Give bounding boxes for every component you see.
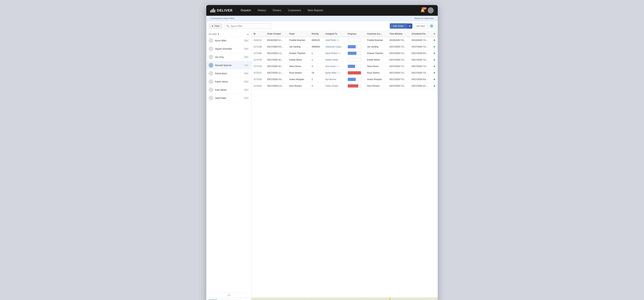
cell-progress bbox=[346, 63, 365, 70]
cell-priority: 2 bbox=[310, 83, 323, 89]
nav-new-reports[interactable]: New Reports bbox=[305, 7, 326, 13]
add-order-button[interactable]: Add Order bbox=[390, 23, 407, 29]
cell-customer: Rose Shelton bbox=[365, 70, 388, 76]
col-status[interactable]: S bbox=[432, 31, 438, 37]
order-id-link[interactable]: 2171486 bbox=[254, 52, 262, 54]
cell-time-window: 03/16/2020 7:0... bbox=[388, 37, 410, 43]
table-row[interactable]: 2173728 03/17/2020 3:0... Anees Sharples… bbox=[252, 76, 438, 83]
driver-item-maxwell[interactable]: Maxwell Sparrow Van bbox=[206, 61, 252, 69]
progress-bar-container bbox=[348, 65, 361, 68]
toolbar: ▼ Filter 🔍 Add Order ▼ List View 🌐 bbox=[206, 21, 438, 31]
table-row[interactable]: 2174152 03/17/2020 3:4... Artur Romero 2… bbox=[252, 83, 438, 89]
order-id-link[interactable]: 2171793 bbox=[254, 65, 262, 67]
user-avatar[interactable] bbox=[428, 7, 434, 13]
table-row[interactable]: 2171793 03/17/2020 10:... Neive Rivers 3… bbox=[252, 63, 438, 70]
driver-tag: Van bbox=[244, 39, 249, 42]
progress-bar-fill bbox=[348, 52, 356, 55]
order-id-link[interactable]: 2171198 bbox=[254, 45, 262, 48]
filter-icon: ▼ bbox=[212, 25, 214, 27]
driver-name: Jez Gray bbox=[215, 56, 242, 58]
orders-table: ID Order Created Order Priority Assigned… bbox=[252, 31, 438, 89]
assigned-link[interactable]: Myrtle Miller bbox=[325, 72, 336, 74]
col-order[interactable]: Order bbox=[287, 31, 310, 37]
logo[interactable]: DELIVER bbox=[210, 8, 232, 12]
driver-item[interactable]: Alayah Schneider Van bbox=[206, 45, 252, 53]
on-shift-filter[interactable]: On-Shift ▼ bbox=[209, 33, 220, 35]
nav-history[interactable]: History bbox=[255, 7, 269, 13]
driver-tag: Van bbox=[244, 47, 249, 50]
return-link[interactable]: Return to main view bbox=[414, 17, 434, 19]
col-time-window[interactable]: Time Window bbox=[388, 31, 410, 37]
logo-bar-1 bbox=[210, 10, 211, 12]
list-view-button[interactable]: List View bbox=[414, 23, 428, 29]
scroll-up-button[interactable]: ▲ bbox=[247, 33, 249, 35]
driver-item[interactable]: Kairo Wicks Van bbox=[206, 86, 252, 94]
progress-bar-container bbox=[348, 52, 361, 55]
assigned-link[interactable]: Aine Austin bbox=[325, 65, 336, 67]
cell-customer: Keanan Thatcher bbox=[365, 50, 388, 57]
on-shift-chevron: ▼ bbox=[217, 33, 220, 35]
progress-bar-container bbox=[348, 38, 361, 42]
table-row[interactable]: 2172217 03/17/2020 11:... Rose Shelton 1… bbox=[252, 70, 438, 76]
assigned-link[interactable]: Jedd Fields bbox=[325, 39, 336, 41]
order-id-link[interactable]: 2172217 bbox=[254, 72, 262, 74]
col-created[interactable]: Order Created bbox=[265, 31, 287, 37]
cell-priority: 3665120 bbox=[310, 37, 323, 43]
assigned-link[interactable]: Hadassah Casey bbox=[325, 45, 341, 48]
cell-id: 2171486 bbox=[252, 50, 265, 57]
col-id[interactable]: ID bbox=[252, 31, 265, 37]
col-customer[interactable]: Customer (La... bbox=[365, 31, 388, 37]
driver-item[interactable]: Jez Gray Van bbox=[206, 53, 252, 61]
check-icon: ✓✓ bbox=[337, 72, 340, 74]
assigned-link[interactable]: Haiden Rowe bbox=[325, 59, 338, 61]
nav-drivers[interactable]: Drivers bbox=[270, 7, 284, 13]
cell-assigned: Kye Bonner bbox=[323, 76, 346, 83]
assigned-link[interactable]: Danyl Rollins bbox=[325, 52, 338, 54]
order-id-link[interactable]: 2161212 bbox=[254, 39, 262, 41]
cell-progress bbox=[346, 50, 365, 57]
nav-customers[interactable]: Customers bbox=[285, 7, 304, 13]
expand-map-button[interactable]: ⤢ bbox=[431, 299, 436, 300]
cell-customer: Freddie Bowman bbox=[365, 37, 388, 43]
notification-button[interactable]: 🔔 1134 bbox=[420, 8, 425, 12]
col-scheduled[interactable]: Scheduled For bbox=[410, 31, 432, 37]
col-priority[interactable]: Priority bbox=[310, 31, 323, 37]
driver-tag: Van bbox=[244, 88, 249, 91]
sidebar-footer: (2s) bbox=[206, 293, 252, 298]
assigned-link[interactable]: Tulisa Joseph bbox=[325, 85, 338, 87]
map-container: ⤢ bbox=[252, 298, 438, 300]
table-row[interactable]: 2171198 03/17/2020 9:5... Jac Harding 36… bbox=[252, 43, 438, 50]
cell-status bbox=[432, 57, 438, 63]
driver-item[interactable]: Jedd Fields Van bbox=[206, 94, 252, 102]
driver-avatar bbox=[209, 63, 213, 67]
assigned-link[interactable]: Kye Bonner bbox=[325, 78, 336, 81]
app-window: DELIVER Dispatch History Drivers Custome… bbox=[206, 5, 438, 300]
filter-button[interactable]: ▼ Filter bbox=[209, 23, 222, 29]
order-id-link[interactable]: 2171754 bbox=[254, 59, 262, 61]
cell-time-window: 03/17/2020 7:0... bbox=[388, 70, 410, 76]
search-input[interactable] bbox=[230, 25, 269, 27]
status-dot bbox=[434, 59, 435, 60]
map-sidebar: Map Satellite Traffic bbox=[206, 298, 252, 300]
driver-item[interactable]: Dolcie Bond Van bbox=[206, 69, 252, 77]
table-row[interactable]: 2161212 03/16/2020 11:... Freddie Bowman… bbox=[252, 37, 438, 43]
cell-status bbox=[432, 43, 438, 50]
driver-tag: Van bbox=[244, 56, 249, 58]
nav-dispatch[interactable]: Dispatch bbox=[238, 7, 254, 13]
order-id-link[interactable]: 2174152 bbox=[254, 85, 262, 87]
status-dot bbox=[434, 72, 435, 73]
progress-bar-container bbox=[348, 71, 361, 74]
driver-item[interactable]: Kyron Willis Van bbox=[206, 36, 252, 45]
table-row[interactable]: 2171486 03/17/2020 1:1... Keanan Thatche… bbox=[252, 50, 438, 57]
cell-time-window: 03/17/2020 7:0... bbox=[388, 83, 410, 89]
sidebar: On-Shift ▼ ▲ Kyron Willis Van Alayah Sch… bbox=[206, 31, 252, 298]
globe-button[interactable]: 🌐 bbox=[428, 23, 435, 29]
table-row[interactable]: 2171754 03/17/2020 10:... Estelle Welch … bbox=[252, 57, 438, 63]
cell-order: Jac Harding bbox=[287, 43, 310, 50]
col-assigned[interactable]: Assigned To bbox=[323, 31, 346, 37]
cell-progress bbox=[346, 37, 365, 43]
add-order-dropdown[interactable]: ▼ bbox=[407, 23, 412, 29]
col-progress[interactable]: Progress bbox=[346, 31, 365, 37]
order-id-link[interactable]: 2173728 bbox=[254, 78, 262, 81]
driver-item[interactable]: Kairon Henry Van bbox=[206, 77, 252, 86]
